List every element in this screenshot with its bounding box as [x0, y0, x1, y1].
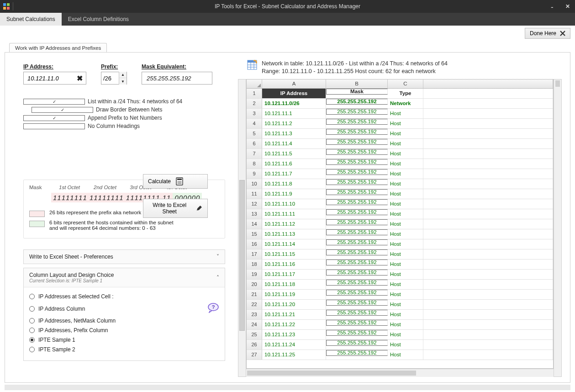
svg-rect-2 — [3, 7, 6, 10]
tab-excel-column-definitions[interactable]: Excel Column Definitions — [62, 13, 135, 26]
window-title: IP Tools for Excel - Subnet Calculator a… — [0, 3, 575, 10]
done-here-label: Done Here — [530, 30, 556, 37]
svg-rect-3 — [7, 7, 10, 10]
sub-tab-work-with-ip[interactable]: Work with IP Addresses and Prefixes — [9, 43, 107, 52]
app-icon — [3, 3, 10, 10]
svg-rect-0 — [3, 3, 6, 6]
tab-subnet-calculations[interactable]: Subnet Calculations — [0, 13, 62, 26]
minimize-button[interactable]: ﹘ — [547, 2, 558, 11]
sub-tab-row: Work with IP Addresses and Prefixes — [0, 41, 575, 52]
svg-rect-1 — [7, 3, 10, 6]
close-icon — [560, 31, 565, 36]
done-here-button[interactable]: Done Here — [525, 28, 570, 39]
title-bar: IP Tools for Excel - Subnet Calculator a… — [0, 0, 575, 13]
close-button[interactable]: ✕ — [562, 2, 573, 11]
action-strip: Done Here — [0, 26, 575, 41]
main-tab-bar: Subnet Calculations Excel Column Definit… — [0, 13, 575, 26]
title-divider — [13, 2, 13, 11]
